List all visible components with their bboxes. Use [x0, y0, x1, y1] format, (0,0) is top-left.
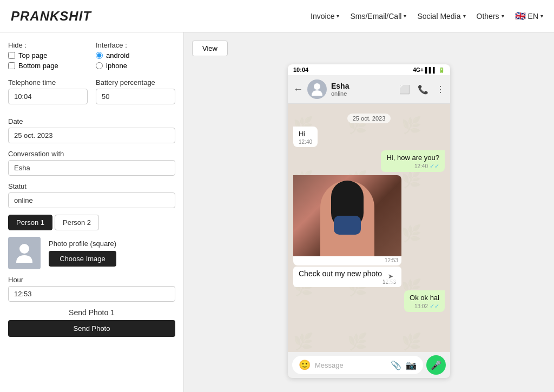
contact-status: online	[331, 90, 395, 97]
phone-mockup: 10:04 4G+ ▌▌▌ 🔋 ← Esha onl	[288, 64, 450, 378]
logo: PRANKSHIT	[11, 9, 91, 24]
emoji-icon[interactable]: 🙂	[299, 359, 311, 371]
top-page-checkbox-label[interactable]: Top page	[8, 51, 88, 59]
interface-section: Interface : android iphone	[96, 41, 175, 72]
social-dropdown-arrow: ▾	[463, 13, 466, 19]
hour-input[interactable]	[8, 286, 175, 302]
date-input[interactable]	[8, 128, 175, 143]
contact-avatar	[307, 79, 327, 99]
statut-label: Statut	[8, 182, 175, 190]
chat-actions: ⬜ 📞 ⋮	[399, 84, 445, 95]
signal-bars-icon: ▌▌▌	[425, 67, 437, 73]
header: PRANKSHIT Invoice ▾ Sms/Email/Call ▾ Soc…	[0, 0, 554, 32]
msg-meta-4: 13:02 ✓✓	[410, 303, 439, 310]
telephone-time-input[interactable]	[8, 89, 88, 104]
time-battery-row: Telephone time Battery percentage	[8, 78, 175, 111]
msg-text-2: Hi, how are you?	[386, 154, 439, 162]
top-page-checkbox[interactable]	[8, 52, 15, 59]
hide-section: Hide : Top page Bottom page	[8, 41, 88, 72]
msg-ticks-4: ✓✓	[430, 303, 439, 310]
choose-image-button[interactable]: Choose Image	[49, 251, 116, 267]
flag-icon: 🇬🇧	[515, 11, 526, 21]
message-4: Ok ok hai 13:02 ✓✓	[293, 290, 445, 312]
conversation-label: Conversation with	[8, 150, 175, 158]
android-radio[interactable]	[96, 52, 103, 59]
conversation-input[interactable]	[8, 160, 175, 176]
others-dropdown-arrow: ▾	[502, 13, 504, 19]
caption-text: Check out my new photo	[299, 269, 382, 278]
signal-label: 4G+	[413, 67, 424, 73]
back-arrow-icon[interactable]: ←	[293, 84, 303, 95]
photo-time-row: 12:53	[293, 256, 401, 265]
bottom-page-checkbox-label[interactable]: Bottom page	[8, 62, 88, 70]
msg-time-4: 13:02	[414, 303, 428, 309]
msg-meta-2: 12:40 ✓✓	[386, 163, 439, 170]
iphone-radio[interactable]	[96, 62, 103, 69]
chat-input-wrap: 🙂 Message 📎 📷	[292, 356, 423, 374]
more-options-icon[interactable]: ⋮	[436, 84, 445, 95]
photo-message-container: ➤ 12:53 Check out my new photo 12:53	[293, 175, 401, 287]
nav-sms-email-call[interactable]: Sms/Email/Call ▾	[350, 12, 406, 21]
view-button[interactable]: View	[192, 41, 228, 56]
contact-name: Esha	[331, 82, 395, 90]
telephone-time-section: Telephone time	[8, 78, 88, 104]
nav-others[interactable]: Others ▾	[477, 12, 504, 21]
attachment-icon[interactable]: 📎	[391, 360, 401, 370]
msg-time-1: 12:40	[299, 139, 312, 145]
bottom-page-checkbox[interactable]	[8, 62, 15, 69]
status-time: 10:04	[293, 67, 308, 73]
right-panel: View 10:04 4G+ ▌▌▌ 🔋 ←	[184, 32, 554, 392]
status-icons: 4G+ ▌▌▌ 🔋	[413, 67, 445, 73]
mask-overlay	[334, 216, 361, 235]
lang-dropdown-arrow: ▾	[540, 13, 543, 19]
main-layout: Hide : Top page Bottom page Interface :	[0, 32, 554, 392]
date-badge: 25 oct. 2023	[293, 114, 445, 122]
video-call-icon[interactable]: ⬜	[399, 84, 410, 95]
nav-lang[interactable]: 🇬🇧 EN ▾	[515, 11, 543, 21]
chat-input-placeholder[interactable]: Message	[315, 361, 386, 369]
interface-label: Interface :	[96, 41, 127, 49]
chat-info: Esha online	[331, 82, 395, 97]
photo-time: 12:53	[385, 257, 398, 263]
main-nav: Invoice ▾ Sms/Email/Call ▾ Social Media …	[311, 11, 543, 21]
battery-input[interactable]	[96, 89, 175, 104]
caption-meta: 12:53	[299, 279, 396, 285]
msg-ticks-2: ✓✓	[430, 163, 439, 170]
photo-profile-label: Photo profile (square)	[49, 240, 116, 248]
battery-label: Battery percentage	[96, 78, 175, 87]
person2-tab[interactable]: Person 2	[55, 215, 99, 230]
message-2: Hi, how are you? 12:40 ✓✓	[293, 150, 445, 172]
bubble-outgoing-2: Hi, how are you? 12:40 ✓✓	[381, 150, 445, 172]
conversation-section: Conversation with	[8, 150, 175, 176]
message-1: Hi 12:40	[293, 127, 445, 147]
nav-social-media[interactable]: Social Media ▾	[417, 12, 465, 21]
bubble-outgoing-4: Ok ok hai 13:02 ✓✓	[404, 290, 445, 312]
avatar-placeholder	[8, 237, 41, 269]
telephone-time-label: Telephone time	[8, 78, 88, 87]
statut-section: Statut	[8, 182, 175, 208]
nav-invoice[interactable]: Invoice ▾	[311, 12, 339, 21]
interface-radios: android iphone	[96, 51, 175, 70]
android-radio-label[interactable]: android	[96, 51, 175, 59]
msg-time-2: 12:40	[414, 163, 428, 169]
voice-call-icon[interactable]: 📞	[418, 84, 428, 95]
svg-point-1	[314, 83, 320, 90]
chat-input-bar: 🙂 Message 📎 📷 🎤	[288, 352, 450, 378]
send-photo-button[interactable]: Send Photo	[8, 320, 175, 337]
hour-label: Hour	[8, 276, 175, 284]
msg-meta-1: 12:40	[299, 139, 312, 145]
battery-icon: 🔋	[438, 67, 445, 73]
invoice-dropdown-arrow: ▾	[337, 13, 339, 19]
hour-section: Hour	[8, 276, 175, 302]
photo-bubble: ➤ 12:53	[293, 175, 401, 265]
person1-tab[interactable]: Person 1	[8, 215, 52, 230]
bubble-incoming-1: Hi 12:40	[293, 127, 318, 147]
mic-button[interactable]: 🎤	[426, 355, 446, 375]
statut-input[interactable]	[8, 192, 175, 208]
left-panel: Hide : Top page Bottom page Interface :	[0, 32, 184, 392]
camera-icon[interactable]: 📷	[406, 360, 417, 370]
messages-area[interactable]: 25 oct. 2023 Hi 12:40 Hi, how are you?	[288, 104, 450, 352]
iphone-radio-label[interactable]: iphone	[96, 62, 175, 70]
msg-text-4: Ok ok hai	[410, 294, 439, 302]
date-label: Date	[8, 117, 175, 125]
